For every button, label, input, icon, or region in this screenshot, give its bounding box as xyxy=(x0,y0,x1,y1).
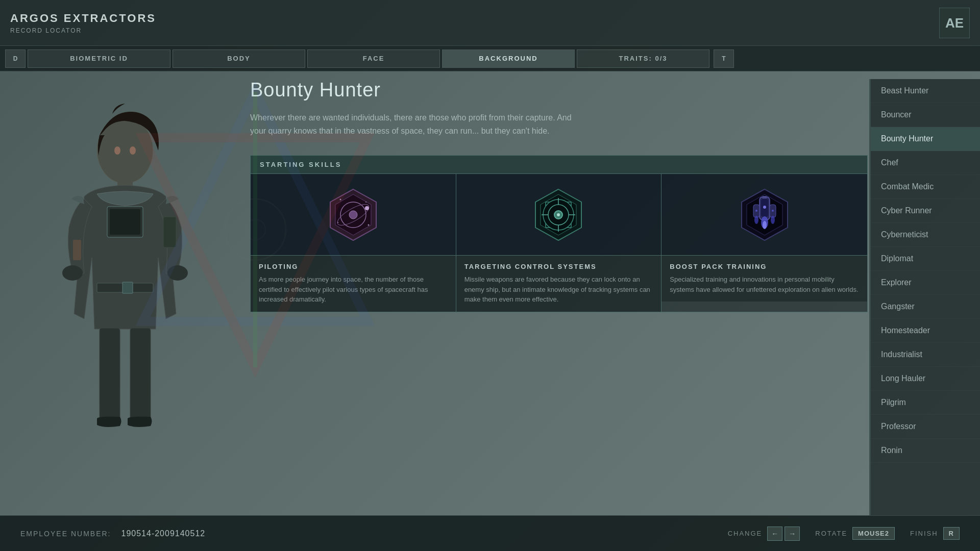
sidebar-item-industrialist[interactable]: Industrialist xyxy=(871,343,980,367)
app-title: ARGOS EXTRACTORS xyxy=(10,12,235,25)
skill-info-targeting: TARGETING CONTROL SYSTEMS Missile weapon… xyxy=(456,256,662,312)
svg-point-14 xyxy=(167,265,188,281)
ae-logo: AE xyxy=(939,8,970,38)
svg-point-29 xyxy=(337,222,338,223)
change-left-btn[interactable]: ← xyxy=(767,527,782,541)
svg-point-60 xyxy=(763,206,766,209)
skill-icon-piloting xyxy=(251,174,456,256)
footer-change-action: CHANGE ← → xyxy=(728,527,800,541)
employee-label: EMPLOYEE NUMBER: xyxy=(20,530,111,538)
sidebar-item-ronin[interactable]: Ronin xyxy=(871,439,980,463)
character-area xyxy=(0,71,250,515)
svg-point-57 xyxy=(754,216,758,224)
svg-point-30 xyxy=(368,224,369,226)
tab-background[interactable]: BACKGROUND xyxy=(442,49,575,68)
tab-body[interactable]: BODY xyxy=(173,49,305,68)
svg-point-62 xyxy=(772,210,774,212)
sidebar-item-bounty-hunter[interactable]: Bounty Hunter xyxy=(871,127,980,151)
footer: EMPLOYEE NUMBER: 190514-2009140512 CHANG… xyxy=(0,515,980,551)
footer-rotate-action: ROTATE MOUSE2 xyxy=(815,527,895,540)
character-figure xyxy=(18,84,232,503)
background-description: Wherever there are wanted individuals, t… xyxy=(250,111,582,137)
skill-name-targeting: TARGETING CONTROL SYSTEMS xyxy=(464,263,653,270)
sidebar-item-diplomat[interactable]: Diplomat xyxy=(871,247,980,271)
nav-left-btn[interactable]: D xyxy=(5,49,26,68)
skill-name-boost: BOOST PACK TRAINING xyxy=(670,263,859,270)
svg-point-61 xyxy=(755,210,757,212)
svg-rect-17 xyxy=(163,217,176,247)
skill-desc-piloting: As more people journey into space, the n… xyxy=(259,274,448,305)
tab-traits[interactable]: TRAITS: 0/3 xyxy=(577,49,709,68)
footer-actions: CHANGE ← → ROTATE MOUSE2 FINISH R xyxy=(728,527,960,541)
sidebar-item-bouncer[interactable]: Bouncer xyxy=(871,103,980,127)
sidebar-item-long-hauler[interactable]: Long Hauler xyxy=(871,367,980,391)
skill-info-piloting: PILOTING As more people journey into spa… xyxy=(251,256,456,312)
skill-icon-targeting xyxy=(456,174,662,256)
svg-rect-12 xyxy=(110,209,140,235)
skill-card-targeting: TARGETING CONTROL SYSTEMS Missile weapon… xyxy=(456,174,662,312)
svg-point-40 xyxy=(557,213,560,216)
change-label: CHANGE xyxy=(728,530,763,537)
finish-key[interactable]: R xyxy=(943,527,960,540)
svg-rect-20 xyxy=(73,240,81,260)
sidebar-item-homesteader[interactable]: Homesteader xyxy=(871,319,980,343)
nav-right-btn[interactable]: T xyxy=(714,49,734,68)
svg-point-27 xyxy=(339,198,341,200)
sidebar-item-combat-medic[interactable]: Combat Medic xyxy=(871,175,980,199)
svg-point-13 xyxy=(62,265,83,281)
skill-card-piloting: PILOTING As more people journey into spa… xyxy=(251,174,456,312)
svg-point-28 xyxy=(365,202,366,203)
footer-finish-action: FINISH R xyxy=(910,527,960,540)
skill-desc-targeting: Missile weapons are favored because they… xyxy=(464,274,653,305)
svg-text:AE: AE xyxy=(945,15,964,31)
svg-rect-59 xyxy=(762,196,767,198)
skills-grid: PILOTING As more people journey into spa… xyxy=(251,174,867,312)
svg-point-56 xyxy=(763,221,767,229)
app-subtitle: RECORD LOCATOR xyxy=(10,27,235,34)
sidebar-item-pilgrim[interactable]: Pilgrim xyxy=(871,391,980,415)
svg-rect-15 xyxy=(100,328,120,420)
svg-rect-16 xyxy=(130,328,151,420)
sidebar-item-professor[interactable]: Professor xyxy=(871,415,980,439)
rotate-label: ROTATE xyxy=(815,530,847,537)
sidebar-item-gangster[interactable]: Gangster xyxy=(871,295,980,319)
sidebar-item-cyber-runner[interactable]: Cyber Runner xyxy=(871,199,980,223)
svg-point-8 xyxy=(114,146,120,155)
svg-point-24 xyxy=(349,211,357,219)
sidebar-item-beast-hunter[interactable]: Beast Hunter xyxy=(871,79,980,103)
change-right-btn[interactable]: → xyxy=(785,527,800,541)
skills-section: STARTING SKILLS xyxy=(250,155,868,312)
svg-point-58 xyxy=(771,216,775,224)
skill-info-boost: BOOST PACK TRAINING Specialized training… xyxy=(662,256,867,302)
svg-point-26 xyxy=(365,206,369,210)
svg-point-9 xyxy=(130,146,136,155)
background-selected-title: Bounty Hunter xyxy=(250,79,868,101)
sidebar-item-cyberneticist[interactable]: Cyberneticist xyxy=(871,223,980,247)
logo-area: ARGOS EXTRACTORS RECORD LOCATOR xyxy=(0,0,245,45)
header: ARGOS EXTRACTORS RECORD LOCATOR AE xyxy=(0,0,980,46)
background-list: Beast HunterBouncerBounty HunterChefComb… xyxy=(870,79,980,515)
sidebar-item-explorer[interactable]: Explorer xyxy=(871,271,980,295)
footer-arrows: ← → xyxy=(767,527,800,541)
skill-name-piloting: PILOTING xyxy=(259,263,448,270)
rotate-key[interactable]: MOUSE2 xyxy=(852,527,895,540)
skill-desc-boost: Specialized training and innovations in … xyxy=(670,274,859,294)
skills-header: STARTING SKILLS xyxy=(251,156,867,174)
tab-face[interactable]: FACE xyxy=(307,49,440,68)
tab-biometric-id[interactable]: BIOMETRIC ID xyxy=(28,49,170,68)
sidebar-item-chef[interactable]: Chef xyxy=(871,151,980,175)
finish-label: FINISH xyxy=(910,530,938,537)
main-content: Bounty Hunter Wherever there are wanted … xyxy=(250,79,868,515)
skill-icon-boost xyxy=(662,174,867,256)
skill-card-boost: BOOST PACK TRAINING Specialized training… xyxy=(662,174,867,312)
employee-number: 190514-2009140512 xyxy=(121,529,205,538)
svg-rect-19 xyxy=(122,282,133,293)
nav-tabs: D BIOMETRIC ID BODY FACE BACKGROUND TRAI… xyxy=(0,46,980,71)
